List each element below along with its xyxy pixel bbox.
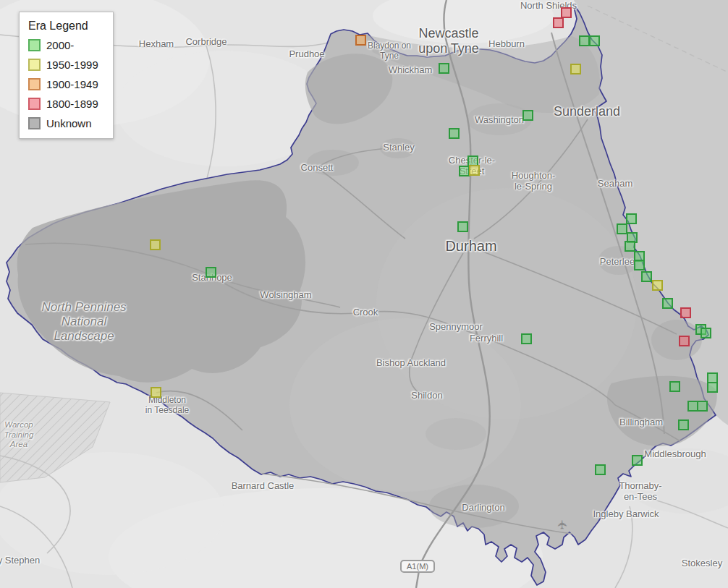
era-marker-2000[interactable] xyxy=(678,419,689,430)
era-marker-2000[interactable] xyxy=(617,223,627,234)
era-legend-panel: Era Legend 2000-1950-19991900-19491800-1… xyxy=(19,12,114,139)
era-marker-2000[interactable] xyxy=(595,464,606,475)
era-marker-2000[interactable] xyxy=(625,241,635,252)
legend-items: 2000-1950-19991900-19491800-1899Unknown xyxy=(28,39,104,129)
era-marker-1900[interactable] xyxy=(355,35,366,46)
era-marker-2000[interactable] xyxy=(632,455,643,466)
era-marker-1800[interactable] xyxy=(553,17,564,28)
era-marker-2000[interactable] xyxy=(579,35,590,46)
legend-item-1950: 1950-1999 xyxy=(28,59,104,71)
legend-swatch-icon xyxy=(28,59,41,71)
legend-item-unknown: Unknown xyxy=(28,117,104,129)
legend-item-1800: 1800-1899 xyxy=(28,98,104,110)
era-marker-2000[interactable] xyxy=(701,328,711,338)
legend-item-label: 1800-1899 xyxy=(46,98,98,110)
legend-item-2000: 2000- xyxy=(28,39,104,51)
legend-swatch-icon xyxy=(28,117,41,129)
era-marker-2000[interactable] xyxy=(662,298,673,309)
road-badge-a1m: A1(M) xyxy=(400,560,435,573)
era-marker-2000[interactable] xyxy=(634,260,645,270)
era-marker-2000[interactable] xyxy=(206,267,216,278)
legend-item-label: 1950-1999 xyxy=(46,59,98,71)
era-marker-1950[interactable] xyxy=(150,239,161,250)
era-marker-2000[interactable] xyxy=(457,221,468,232)
legend-item-label: 2000- xyxy=(46,39,74,51)
era-marker-2000[interactable] xyxy=(641,271,652,282)
era-marker-2000[interactable] xyxy=(669,381,680,392)
legend-swatch-icon xyxy=(28,78,41,90)
era-marker-1800[interactable] xyxy=(680,307,691,318)
era-marker-2000[interactable] xyxy=(626,213,637,224)
era-marker-2000[interactable] xyxy=(522,110,533,121)
era-marker-2000[interactable] xyxy=(707,382,718,393)
era-marker-1800[interactable] xyxy=(679,336,690,346)
legend-swatch-icon xyxy=(28,39,41,51)
era-marker-2000[interactable] xyxy=(459,166,470,176)
legend-title: Era Legend xyxy=(28,20,104,33)
era-marker-2000[interactable] xyxy=(521,333,532,344)
legend-item-1900: 1900-1949 xyxy=(28,78,104,90)
era-marker-2000[interactable] xyxy=(589,35,600,46)
map-canvas[interactable]: HexhamCorbridgePrudhoeNewcastle upon Tyn… xyxy=(0,0,728,588)
era-marker-1800[interactable] xyxy=(561,7,572,18)
era-marker-1950[interactable] xyxy=(652,280,663,291)
legend-swatch-icon xyxy=(28,98,41,110)
era-marker-2000[interactable] xyxy=(449,128,460,139)
era-marker-1950[interactable] xyxy=(469,165,480,176)
era-marker-1950[interactable] xyxy=(570,64,581,74)
era-marker-2000[interactable] xyxy=(439,63,449,74)
legend-item-label: Unknown xyxy=(46,117,92,129)
era-marker-2000[interactable] xyxy=(697,401,708,412)
era-marker-1950[interactable] xyxy=(151,387,161,398)
legend-item-label: 1900-1949 xyxy=(46,78,98,90)
